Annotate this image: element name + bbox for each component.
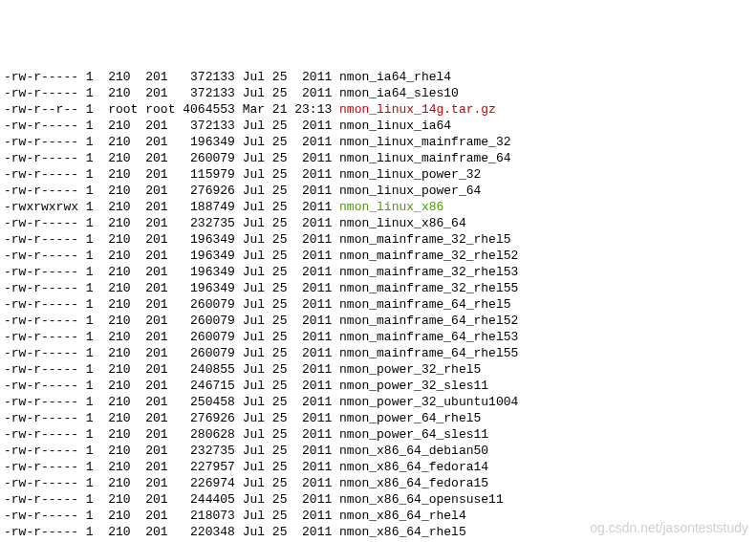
file-meta: -rw-r----- 1 210 201 196349 Jul 25 2011	[4, 265, 339, 279]
file-row: -rw-r----- 1 210 201 232735 Jul 25 2011 …	[4, 443, 752, 459]
file-meta: -rw-r----- 1 210 201 240855 Jul 25 2011	[4, 362, 339, 377]
file-meta: -rw-r----- 1 210 201 226974 Jul 25 2011	[4, 476, 339, 490]
file-meta: -rw-r----- 1 210 201 246715 Jul 25 2011	[4, 379, 339, 393]
file-meta: -rw-r----- 1 210 201 372133 Jul 25 2011	[4, 119, 339, 133]
file-name: nmon_linux_x86_64	[339, 216, 466, 230]
file-name: nmon_linux_power_64	[339, 184, 481, 198]
file-meta: -rw-r----- 1 210 201 218073 Jul 25 2011	[4, 509, 339, 523]
file-meta: -rw-r----- 1 210 201 250458 Jul 25 2011	[4, 395, 339, 409]
file-meta: -rw-r----- 1 210 201 115979 Jul 25 2011	[4, 167, 339, 182]
file-meta: -rw-r----- 1 210 201 260079 Jul 25 2011	[4, 346, 339, 360]
file-row: -rw-r----- 1 210 201 276926 Jul 25 2011 …	[4, 410, 752, 426]
file-row: -rw-r----- 1 210 201 250458 Jul 25 2011 …	[4, 394, 752, 410]
file-meta: -rw-r----- 1 210 201 232735 Jul 25 2011	[4, 216, 339, 230]
file-name: nmon_x86_64_debian50	[339, 444, 488, 458]
file-name: nmon_mainframe_64_rhel53	[339, 330, 518, 344]
file-row: -rw-r----- 1 210 201 227957 Jul 25 2011 …	[4, 459, 752, 475]
file-name: nmon_linux_power_32	[339, 167, 481, 182]
file-meta: -rw-r----- 1 210 201 260079 Jul 25 2011	[4, 297, 339, 312]
file-row: -rw-r----- 1 210 201 196349 Jul 25 2011 …	[4, 134, 752, 150]
file-name: nmon_mainframe_32_rhel55	[339, 281, 518, 295]
file-row: -rw-r----- 1 210 201 260079 Jul 25 2011 …	[4, 345, 752, 361]
file-row: -rw-r----- 1 210 201 246715 Jul 25 2011 …	[4, 378, 752, 394]
file-row: -rw-r----- 1 210 201 372133 Jul 25 2011 …	[4, 85, 752, 101]
file-name: nmon_mainframe_32_rhel5	[339, 232, 510, 247]
file-meta: -rw-r----- 1 210 201 220348 Jul 25 2011	[4, 525, 339, 539]
file-name: nmon_ia64_sles10	[339, 86, 459, 100]
file-row: -rw-r----- 1 210 201 280628 Jul 25 2011 …	[4, 426, 752, 443]
file-meta: -rw-r----- 1 210 201 196349 Jul 25 2011	[4, 135, 339, 149]
file-meta: -rw-r----- 1 210 201 372133 Jul 25 2011	[4, 70, 339, 84]
file-name: nmon_linux_mainframe_64	[339, 151, 510, 165]
file-meta: -rw-r----- 1 210 201 196349 Jul 25 2011	[4, 281, 339, 295]
file-meta: -rw-r----- 1 210 201 372133 Jul 25 2011	[4, 86, 339, 100]
file-row: -rwxrwxrwx 1 210 201 188749 Jul 25 2011 …	[4, 199, 752, 215]
file-name: nmon_mainframe_32_rhel53	[339, 265, 518, 279]
file-name: nmon_mainframe_64_rhel5	[339, 297, 510, 312]
file-name: nmon_power_64_sles11	[339, 427, 488, 442]
file-row: -rw-r----- 1 210 201 196349 Jul 25 2011 …	[4, 280, 752, 296]
file-meta: -rw-r----- 1 210 201 244405 Jul 25 2011	[4, 492, 339, 507]
file-name: nmon_power_32_rhel5	[339, 362, 481, 377]
file-meta: -rw-r----- 1 210 201 260079 Jul 25 2011	[4, 330, 339, 344]
file-meta: -rw-r----- 1 210 201 260079 Jul 25 2011	[4, 151, 339, 165]
file-name: nmon_mainframe_64_rhel52	[339, 314, 518, 328]
file-name: nmon_linux_x86	[339, 200, 443, 214]
file-row: -rw-r--r-- 1 root root 4064553 Mar 21 23…	[4, 101, 752, 118]
terminal-output: -rw-r----- 1 210 201 372133 Jul 25 2011 …	[4, 69, 752, 542]
file-meta: -rw-r--r-- 1 root root 4064553 Mar 21 23…	[4, 102, 339, 117]
file-row: -rw-r----- 1 210 201 372133 Jul 25 2011 …	[4, 69, 752, 85]
file-meta: -rw-r----- 1 210 201 227957 Jul 25 2011	[4, 460, 339, 474]
file-row: -rw-r----- 1 210 201 220348 Jul 25 2011 …	[4, 524, 752, 540]
file-name: nmon_linux_14g.tar.gz	[339, 102, 496, 117]
file-name: nmon_mainframe_64_rhel55	[339, 346, 518, 360]
file-row: -rw-r----- 1 210 201 196349 Jul 25 2011 …	[4, 248, 752, 264]
file-meta: -rw-r----- 1 210 201 232735 Jul 25 2011	[4, 444, 339, 458]
file-name: nmon_linux_mainframe_32	[339, 135, 510, 149]
file-name: nmon_linux_ia64	[339, 119, 451, 133]
file-meta: -rw-r----- 1 210 201 280628 Jul 25 2011	[4, 427, 339, 442]
file-meta: -rw-r----- 1 210 201 260079 Jul 25 2011	[4, 314, 339, 328]
file-row: -rw-r----- 1 210 201 260079 Jul 25 2011 …	[4, 150, 752, 166]
file-name: nmon_power_64_rhel5	[339, 411, 481, 425]
file-name: nmon_x86_64_fedora15	[339, 476, 488, 490]
file-name: nmon_x86_64_rhel5	[339, 525, 466, 539]
file-row: -rw-r----- 1 210 201 196349 Jul 25 2011 …	[4, 264, 752, 280]
file-row: -rw-r----- 1 210 201 260079 Jul 25 2011 …	[4, 329, 752, 345]
file-row: -rw-r----- 1 210 201 226974 Jul 25 2011 …	[4, 475, 752, 491]
file-name: nmon_x86_64_opensuse11	[339, 492, 504, 507]
file-meta: -rw-r----- 1 210 201 196349 Jul 25 2011	[4, 232, 339, 247]
file-row: -rw-r----- 1 210 201 372133 Jul 25 2011 …	[4, 118, 752, 134]
file-row: -rw-r----- 1 210 201 232735 Jul 25 2011 …	[4, 215, 752, 231]
file-meta: -rwxrwxrwx 1 210 201 188749 Jul 25 2011	[4, 200, 339, 214]
file-row: -rw-r----- 1 210 201 240855 Jul 25 2011 …	[4, 361, 752, 378]
file-row: -rw-r----- 1 210 201 115979 Jul 25 2011 …	[4, 166, 752, 183]
file-name: nmon_x86_64_rhel4	[339, 509, 466, 523]
file-name: nmon_mainframe_32_rhel52	[339, 249, 518, 263]
file-meta: -rw-r----- 1 210 201 276926 Jul 25 2011	[4, 184, 339, 198]
file-row: -rw-r----- 1 210 201 276926 Jul 25 2011 …	[4, 183, 752, 199]
file-name: nmon_power_32_ubuntu1004	[339, 395, 518, 409]
file-name: nmon_ia64_rhel4	[339, 70, 451, 84]
file-meta: -rw-r----- 1 210 201 196349 Jul 25 2011	[4, 249, 339, 263]
file-row: -rw-r----- 1 210 201 196349 Jul 25 2011 …	[4, 231, 752, 248]
file-row: -rw-r----- 1 210 201 260079 Jul 25 2011 …	[4, 296, 752, 313]
file-row: -rw-r----- 1 210 201 244405 Jul 25 2011 …	[4, 491, 752, 508]
file-meta: -rw-r----- 1 210 201 276926 Jul 25 2011	[4, 411, 339, 425]
file-row: -rw-r----- 1 210 201 260079 Jul 25 2011 …	[4, 313, 752, 329]
file-name: nmon_x86_64_fedora14	[339, 460, 488, 474]
file-name: nmon_power_32_sles11	[339, 379, 488, 393]
file-row: -rw-r----- 1 210 201 218073 Jul 25 2011 …	[4, 508, 752, 524]
